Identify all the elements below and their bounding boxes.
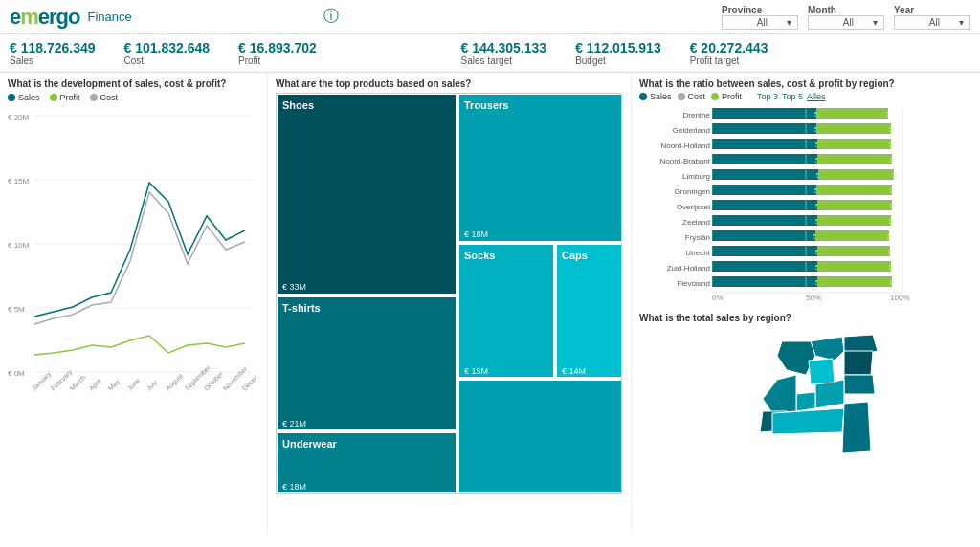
month-select[interactable]: All ▾ xyxy=(808,15,884,30)
svg-text:€ 33M: € 33M xyxy=(282,282,306,292)
sales-dot xyxy=(8,94,15,101)
ratio-bars-svg: Drenthe 54.71% 37.70% Gelderland 54.66% … xyxy=(639,107,946,303)
svg-text:July: July xyxy=(145,379,160,393)
svg-rect-87 xyxy=(712,246,817,256)
svg-text:38.64%: 38.64% xyxy=(889,264,912,271)
filter-top5[interactable]: Top 5 xyxy=(782,92,803,101)
cost-dot xyxy=(90,94,98,101)
svg-rect-69 xyxy=(816,185,892,195)
svg-rect-97 xyxy=(712,276,817,287)
province-select[interactable]: All ▾ xyxy=(722,15,798,30)
svg-text:Fryslân: Fryslân xyxy=(685,233,710,242)
treemap-panel: What are the top products based on sales… xyxy=(268,73,632,534)
svg-text:39.37%: 39.37% xyxy=(890,187,913,194)
svg-rect-62 xyxy=(712,169,818,180)
svg-text:Groningen: Groningen xyxy=(675,187,710,196)
year-chevron-icon: ▾ xyxy=(959,17,964,28)
svg-rect-22 xyxy=(277,94,457,295)
svg-text:38.74%: 38.74% xyxy=(887,233,910,240)
svg-rect-31 xyxy=(458,244,554,378)
svg-text:38.59%: 38.59% xyxy=(889,142,912,148)
ratio-sales-label: Sales xyxy=(650,92,672,101)
svg-text:Zuid-Holland: Zuid-Holland xyxy=(667,264,710,273)
filter-top3[interactable]: Top 3 xyxy=(757,92,778,101)
profit-dot xyxy=(50,94,57,101)
year-value: All xyxy=(929,17,940,28)
ratio-legend-cost: Cost xyxy=(678,92,706,101)
svg-text:Trousers: Trousers xyxy=(464,99,508,111)
svg-rect-82 xyxy=(712,230,815,241)
svg-rect-40 xyxy=(458,380,622,493)
svg-text:39.09%: 39.09% xyxy=(889,126,912,133)
ratio-sales-dot xyxy=(639,93,647,100)
ratio-cost-label: Cost xyxy=(688,92,706,101)
kpi-profit-value: € 16.893.702 xyxy=(238,40,317,55)
filter-alles[interactable]: Alles xyxy=(807,92,826,101)
kpi-sales-target: € 144.305.133 Sales target xyxy=(461,40,547,66)
svg-text:January: January xyxy=(31,370,54,393)
svg-text:Shoes: Shoes xyxy=(282,99,314,111)
line-chart-svg: € 20M € 15M € 10M € 5M € 0M January Febr… xyxy=(8,106,256,403)
ratio-bar-chart: Drenthe 54.71% 37.70% Gelderland 54.66% … xyxy=(639,107,972,305)
kpi-sales-target-value: € 144.305.133 xyxy=(461,40,547,55)
svg-text:€ 18M: € 18M xyxy=(282,482,306,492)
svg-text:€ 5M: € 5M xyxy=(8,305,25,314)
svg-text:€ 0M: € 0M xyxy=(8,369,25,378)
svg-text:April: April xyxy=(88,378,103,393)
ratio-legend: Sales Cost Profit Top 3 Top 5 Alles xyxy=(639,92,972,101)
svg-text:Caps: Caps xyxy=(562,250,588,261)
kpi-sales: € 118.726.349 Sales xyxy=(10,40,96,66)
province-value: All xyxy=(757,17,768,28)
line-chart-panel: What is the development of sales, cost &… xyxy=(0,73,268,534)
svg-rect-79 xyxy=(817,215,891,226)
month-chevron-icon: ▾ xyxy=(873,17,878,28)
app-header: emergo Finance ⓘ Province All ▾ Month Al… xyxy=(0,0,980,34)
month-filter-label: Month xyxy=(808,5,836,15)
legend-sales-label: Sales xyxy=(18,93,40,102)
svg-text:€ 15M: € 15M xyxy=(8,177,30,186)
svg-rect-42 xyxy=(712,108,816,119)
ratio-profit-label: Profit xyxy=(722,92,742,101)
treemap-title: What are the top products based on sales… xyxy=(276,78,623,89)
ratio-legend-profit: Profit xyxy=(711,92,742,101)
map-title: What is the total sales by region? xyxy=(639,313,972,323)
svg-rect-59 xyxy=(817,154,892,164)
svg-rect-34 xyxy=(556,244,622,378)
legend-profit-label: Profit xyxy=(60,93,80,102)
svg-text:100%: 100% xyxy=(890,294,909,302)
svg-text:Drenthe: Drenthe xyxy=(683,111,711,120)
svg-rect-49 xyxy=(816,123,891,134)
year-filter-label: Year xyxy=(894,5,914,15)
kpi-budget-value: € 112.015.913 xyxy=(575,40,661,55)
kpi-profit-target: € 20.272.443 Profit target xyxy=(690,40,768,66)
line-chart-title: What is the development of sales, cost &… xyxy=(8,78,259,89)
svg-text:0%: 0% xyxy=(712,294,724,302)
svg-text:39.30%: 39.30% xyxy=(892,172,915,179)
svg-rect-57 xyxy=(712,154,817,164)
kpi-cost-label: Cost xyxy=(124,55,211,66)
svg-text:€ 21M: € 21M xyxy=(282,419,306,428)
kpi-profit-target-value: € 20.272.443 xyxy=(690,40,768,55)
month-value: All xyxy=(843,17,854,28)
svg-text:€ 14M: € 14M xyxy=(562,366,586,376)
svg-text:Overijssel: Overijssel xyxy=(677,203,710,211)
svg-rect-44 xyxy=(816,108,888,119)
year-select[interactable]: All ▾ xyxy=(894,15,970,30)
logo-area: emergo Finance xyxy=(10,5,132,30)
netherlands-map xyxy=(720,327,892,470)
province-chevron-icon: ▾ xyxy=(787,17,791,28)
svg-text:March: March xyxy=(69,374,87,392)
svg-text:Noord-Holland: Noord-Holland xyxy=(660,142,710,150)
main-content: What is the development of sales, cost &… xyxy=(0,73,980,534)
netherlands-svg xyxy=(720,327,911,470)
legend-profit: Profit xyxy=(50,93,80,102)
kpi-sales-label: Sales xyxy=(10,55,96,66)
kpi-budget: € 112.015.913 Budget xyxy=(575,40,661,66)
info-icon[interactable]: ⓘ xyxy=(323,7,339,27)
svg-text:Flevoland: Flevoland xyxy=(677,279,710,288)
legend-sales: Sales xyxy=(8,93,40,102)
treemap-chart: Shoes € 33M Trousers € 18M T-shirts € 21… xyxy=(276,93,622,494)
svg-text:37.70%: 37.70% xyxy=(886,111,909,118)
svg-text:Limburg: Limburg xyxy=(682,172,710,181)
svg-rect-92 xyxy=(712,261,817,272)
